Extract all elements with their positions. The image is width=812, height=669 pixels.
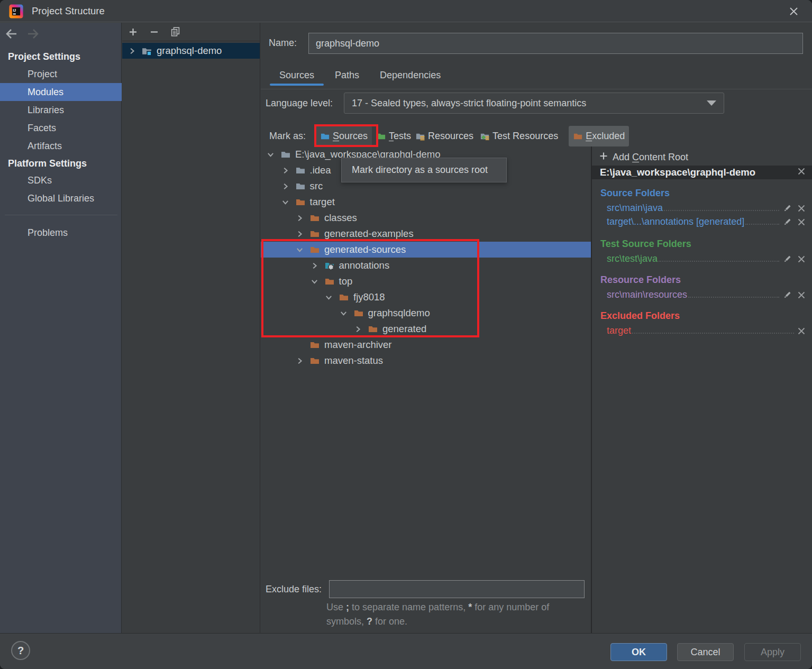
content-root-header[interactable]: E:\java_workspace\graphql-demo [592, 166, 812, 179]
edit-pencil-icon[interactable] [782, 290, 792, 300]
folder-group-title: Source Folders [592, 186, 812, 200]
annotation-box-generated-sources [261, 239, 479, 337]
folder-orange-icon [295, 197, 306, 207]
language-level-select[interactable]: 17 - Sealed types, always-strict floatin… [344, 93, 724, 114]
folder-orange-icon [309, 340, 320, 350]
tree-item-classes[interactable]: classes [261, 210, 591, 226]
edit-pencil-icon[interactable] [782, 217, 792, 227]
folder-entry[interactable]: src\main\resources [592, 287, 812, 301]
sidebar-item-problems[interactable]: Problems [0, 224, 122, 242]
sidebar-item-modules[interactable]: Modules [0, 83, 122, 101]
folder-group-excluded-folders: Excluded Folderstarget [592, 309, 812, 337]
help-button[interactable]: ? [11, 641, 30, 660]
ok-button[interactable]: OK [610, 643, 667, 661]
intellij-logo-icon: IJ [9, 4, 23, 21]
tooltip-text: Mark directory as a sources root [352, 164, 488, 176]
folder-entry[interactable]: src\main\java [592, 200, 812, 214]
folder-group-resource-folders: Resource Folderssrc\main\resources [592, 273, 812, 301]
exclude-files-input[interactable] [329, 580, 585, 598]
chevron-down-icon [707, 100, 716, 106]
dotted-leader [745, 224, 779, 225]
folder-gray-icon [295, 165, 306, 176]
mark-as-tests-button[interactable]: Tests [376, 126, 411, 146]
chevron-down-icon[interactable] [281, 198, 290, 207]
folder-gray-icon [295, 181, 306, 191]
add-icon[interactable] [129, 27, 138, 37]
remove-folder-icon[interactable] [797, 327, 806, 335]
sidebar-section-header: Platform Settings [8, 157, 119, 170]
module-list-panel: graphsql-demo [122, 23, 260, 633]
no-chevron [295, 341, 304, 350]
exclude-hint-line1: Use ; to separate name patterns, * for a… [326, 602, 549, 613]
sidebar-section-header: Project Settings [8, 50, 119, 63]
name-label: Name: [269, 38, 297, 49]
module-name: graphsql-demo [157, 45, 222, 57]
tree-item-maven-status[interactable]: maven-status [261, 353, 591, 369]
folder-orange-icon [309, 355, 320, 366]
folder-test-resources-icon [480, 131, 490, 141]
dotted-leader [632, 333, 794, 334]
chevron-right-icon[interactable] [295, 356, 304, 365]
edit-pencil-icon[interactable] [782, 254, 792, 264]
folder-entry[interactable]: src\test\java [592, 251, 812, 265]
sidebar-item-global-libraries[interactable]: Global Libraries [0, 189, 122, 207]
tab-paths[interactable]: Paths [325, 67, 369, 84]
mark-as-excluded-button[interactable]: Excluded [569, 126, 629, 146]
forward-arrow-icon [26, 28, 39, 42]
settings-sidebar: Project SettingsProjectModulesLibrariesF… [0, 23, 122, 633]
sidebar-item-facets[interactable]: Facets [0, 119, 122, 137]
remove-folder-icon[interactable] [797, 204, 806, 213]
module-name-input[interactable]: graphsql-demo [308, 33, 803, 54]
sidebar-divider [5, 215, 117, 215]
tab-dependencies[interactable]: Dependencies [370, 67, 450, 84]
annotation-box-sources-button [314, 124, 378, 147]
back-arrow-icon[interactable] [5, 28, 18, 42]
tabs-divider [261, 89, 812, 89]
add-content-root-button[interactable]: Add Content Root [592, 150, 812, 164]
sidebar-item-artifacts[interactable]: Artifacts [0, 137, 122, 155]
tree-item-maven-archiver[interactable]: maven-archiver [261, 337, 591, 353]
folder-group-test-source-folders: Test Source Folderssrc\test\java [592, 237, 812, 265]
chevron-right-icon[interactable] [281, 182, 290, 191]
tab-sources[interactable]: Sources [270, 67, 324, 84]
chevron-down-icon[interactable] [266, 150, 275, 159]
module-name-value: graphsql-demo [316, 38, 379, 49]
dotted-leader [664, 210, 779, 211]
chevron-right-icon[interactable] [295, 214, 304, 223]
sidebar-item-libraries[interactable]: Libraries [0, 101, 122, 119]
cancel-button[interactable]: Cancel [677, 643, 734, 661]
folder-group-title: Test Source Folders [592, 237, 812, 251]
folder-entry[interactable]: target\...\annotations [generated] [592, 214, 812, 228]
mark-as-test-resources-button[interactable]: Test Resources [480, 126, 558, 146]
apply-button[interactable]: Apply [744, 643, 801, 661]
sidebar-item-sdks[interactable]: SDKs [0, 171, 122, 189]
folder-group-title: Resource Folders [592, 273, 812, 287]
edit-pencil-icon[interactable] [782, 204, 792, 213]
chevron-right-icon[interactable] [281, 166, 290, 175]
module-row-selected[interactable]: graphsql-demo [122, 43, 260, 59]
sidebar-item-project[interactable]: Project [0, 65, 122, 83]
project-structure-dialog: IJ Project Structure Project SettingsPro… [0, 0, 812, 669]
folder-excluded-icon [573, 131, 583, 141]
editor-tabs: SourcesPathsDependencies [270, 67, 450, 84]
folder-orange-icon [309, 213, 320, 223]
copy-icon[interactable] [171, 27, 180, 37]
tree-item-target[interactable]: target [261, 194, 591, 210]
folder-entry[interactable]: target [592, 323, 812, 337]
exclude-hint-line2: symbols, ? for one. [326, 616, 407, 627]
close-icon[interactable] [786, 3, 801, 19]
content-root-path: E:\java_workspace\graphql-demo [600, 167, 797, 178]
remove-icon[interactable] [150, 27, 159, 37]
module-toolbar [122, 23, 260, 41]
remove-folder-icon[interactable] [797, 291, 806, 299]
exclude-files-label: Exclude files: [266, 584, 322, 595]
remove-content-root-icon[interactable] [797, 167, 806, 178]
dotted-leader [659, 261, 779, 262]
mark-as-resources-button[interactable]: Resources [415, 126, 473, 146]
remove-folder-icon[interactable] [797, 255, 806, 263]
remove-folder-icon[interactable] [797, 218, 806, 226]
folder-group-title: Excluded Folders [592, 309, 812, 323]
chevron-right-icon[interactable] [295, 230, 304, 239]
chevron-right-icon[interactable] [127, 47, 136, 56]
content-roots-panel: Add Content Root E:\java_workspace\graph… [592, 146, 812, 633]
